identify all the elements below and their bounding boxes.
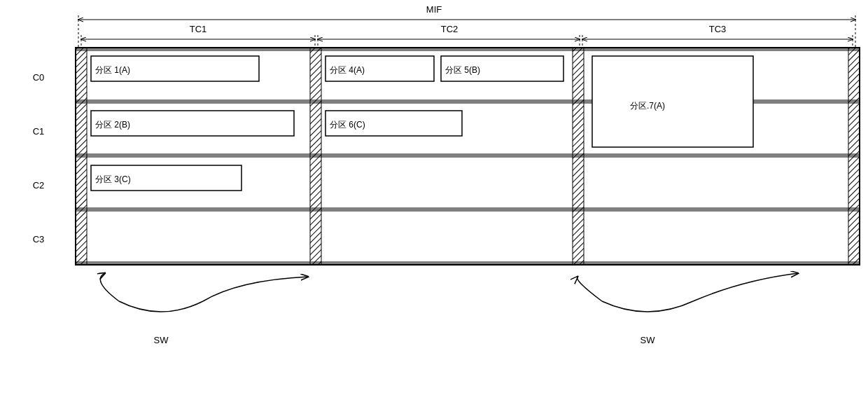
svg-rect-48 [326,111,462,136]
svg-rect-32 [573,48,584,265]
svg-rect-30 [76,48,87,265]
svg-text:分区 4(A): 分区 4(A) [330,65,365,75]
svg-text:C1: C1 [33,126,45,137]
svg-text:TC2: TC2 [441,24,458,34]
svg-text:分区 5(B): 分区 5(B) [445,65,480,75]
svg-rect-33 [848,48,860,265]
diagram-container: MIF TC1 [0,0,868,393]
svg-rect-46 [91,111,294,136]
svg-text:分区 3(C): 分区 3(C) [95,174,131,184]
svg-text:C3: C3 [33,234,45,244]
svg-text:TC1: TC1 [190,24,207,34]
svg-rect-31 [310,48,321,265]
svg-rect-42 [441,56,564,81]
svg-rect-40 [326,56,434,81]
svg-rect-50 [91,165,241,191]
svg-text:SW: SW [640,335,656,345]
mif-label: MIF [426,4,442,15]
svg-rect-38 [91,56,259,81]
svg-text:分区 6(C): 分区 6(C) [330,120,365,130]
svg-rect-44 [592,56,753,147]
svg-text:分区.7(A): 分区.7(A) [630,101,665,111]
svg-rect-16 [76,48,860,265]
svg-text:C0: C0 [33,72,45,83]
svg-text:SW: SW [154,335,169,345]
svg-text:C2: C2 [33,180,45,191]
svg-text:TC3: TC3 [709,24,727,34]
svg-text:分区 1(A): 分区 1(A) [95,65,130,75]
svg-text:分区 2(B): 分区 2(B) [95,120,130,130]
